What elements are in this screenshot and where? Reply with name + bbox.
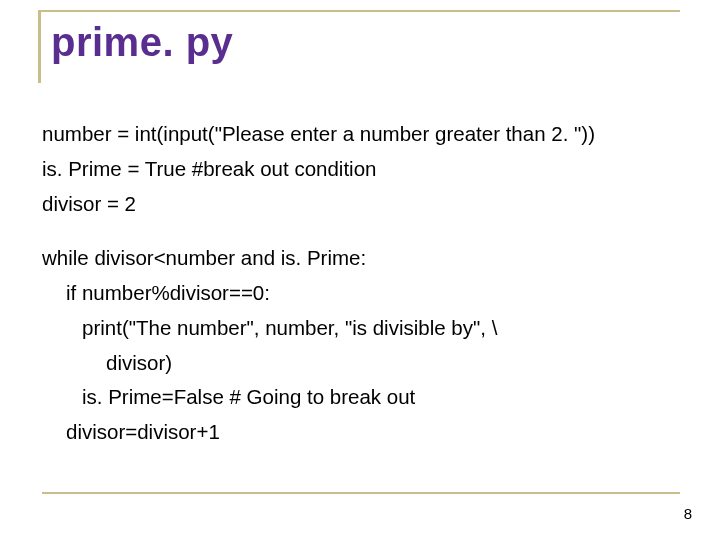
code-line: print("The number", number, "is divisibl… [42,312,680,344]
code-line: divisor = 2 [42,188,680,220]
title-box: prime. py [38,10,680,83]
code-line: is. Prime=False # Going to break out [42,381,680,413]
code-line: if number%divisor==0: [42,277,680,309]
code-line: divisor) [42,347,680,379]
slide: prime. py number = int(input("Please ent… [0,0,720,540]
code-line: divisor=divisor+1 [42,416,680,448]
bottom-rule [42,492,680,494]
code-body: number = int(input("Please enter a numbe… [42,118,680,451]
page-number: 8 [684,505,692,522]
code-line: is. Prime = True #break out condition [42,153,680,185]
code-line: while divisor<number and is. Prime: [42,242,680,274]
slide-title: prime. py [51,20,680,65]
code-line: number = int(input("Please enter a numbe… [42,118,680,150]
blank-line [42,222,680,242]
